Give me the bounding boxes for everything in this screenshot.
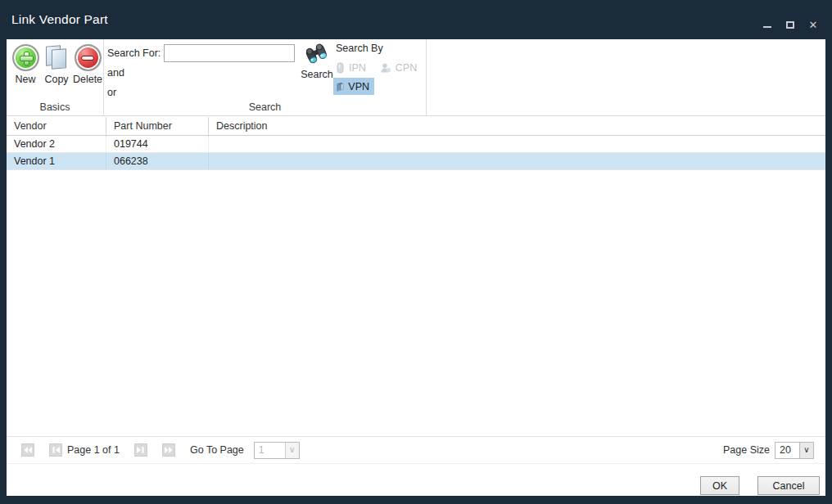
column-header-vendor[interactable]: Vendor xyxy=(7,117,106,135)
next-page-icon xyxy=(137,447,144,453)
copy-button[interactable]: Copy xyxy=(41,44,72,85)
first-page-button[interactable] xyxy=(21,443,34,457)
delete-button-label: Delete xyxy=(73,74,102,85)
minimize-button[interactable] xyxy=(758,16,776,33)
page-size-value: 20 xyxy=(775,444,799,456)
go-to-page-label: Go To Page xyxy=(190,444,244,456)
ribbon-group-search: Search For: and or xyxy=(104,39,427,115)
cell-description xyxy=(209,153,825,169)
page-indicator: Page 1 of 1 xyxy=(67,444,120,456)
cancel-button[interactable]: Cancel xyxy=(757,476,820,495)
binoculars-icon xyxy=(304,43,330,67)
cell-vendor: Vendor 1 xyxy=(7,153,106,169)
search-by-ipn-option[interactable]: IPN xyxy=(333,59,371,76)
maximize-icon xyxy=(786,21,794,29)
new-button[interactable]: New xyxy=(10,44,41,85)
or-label: or xyxy=(107,83,295,102)
vendor-part-grid: Vendor Part Number Description Vendor 2 … xyxy=(7,117,825,170)
dialog-body: New Copy Delete Basics xyxy=(7,39,825,496)
cell-description xyxy=(209,136,825,152)
minimize-icon xyxy=(763,26,771,28)
delete-minus-icon xyxy=(75,44,102,71)
delete-button[interactable]: Delete xyxy=(72,44,103,85)
column-header-part-number[interactable]: Part Number xyxy=(106,117,209,135)
and-label: and xyxy=(107,63,295,83)
ribbon-group-basics: New Copy Delete Basics xyxy=(7,39,104,115)
previous-page-button[interactable] xyxy=(49,443,62,457)
chevron-down-icon: ∨ xyxy=(799,443,813,458)
window-title: Link Vendor Part xyxy=(0,12,108,27)
last-page-icon xyxy=(165,447,173,453)
basics-group-label: Basics xyxy=(7,101,103,113)
page-size-label: Page Size xyxy=(723,444,770,456)
search-for-input[interactable] xyxy=(164,44,295,62)
cell-part-number: 019744 xyxy=(106,136,209,152)
link-vendor-part-dialog: Link Vendor Part ✕ New xyxy=(0,0,832,504)
copy-button-label: Copy xyxy=(44,74,68,85)
table-row[interactable]: Vendor 2 019744 xyxy=(7,136,825,153)
search-button[interactable]: Search xyxy=(297,43,337,80)
vpn-vendor-icon xyxy=(336,80,344,92)
search-by-header: Search By xyxy=(336,43,423,54)
cpn-person-icon xyxy=(380,62,391,74)
ribbon: New Copy Delete Basics xyxy=(7,39,825,116)
go-to-page-value: 1 xyxy=(255,444,285,456)
titlebar: Link Vendor Part ✕ xyxy=(0,0,832,39)
search-by-panel: Search By IPN xyxy=(333,43,423,95)
close-button[interactable]: ✕ xyxy=(804,16,822,33)
search-button-label: Search xyxy=(301,69,333,80)
maximize-button[interactable] xyxy=(781,16,799,33)
grid-header: Vendor Part Number Description xyxy=(7,117,825,136)
ipn-part-icon xyxy=(336,62,345,74)
new-plus-icon xyxy=(12,44,39,71)
cell-vendor: Vendor 2 xyxy=(7,136,106,152)
column-header-description[interactable]: Description xyxy=(209,117,825,135)
cell-part-number: 066238 xyxy=(106,153,209,169)
search-for-label: Search For: xyxy=(107,47,161,59)
go-to-page-combo[interactable]: 1 ∨ xyxy=(254,442,300,459)
previous-page-icon xyxy=(52,447,60,453)
close-icon: ✕ xyxy=(809,20,818,30)
search-by-cpn-option[interactable]: CPN xyxy=(378,59,422,76)
chevron-down-icon: ∨ xyxy=(285,443,299,458)
last-page-button[interactable] xyxy=(162,443,175,457)
ipn-label: IPN xyxy=(349,62,366,74)
copy-pages-icon xyxy=(44,44,69,71)
cpn-label: CPN xyxy=(396,62,417,74)
next-page-button[interactable] xyxy=(134,443,147,457)
window-controls: ✕ xyxy=(758,16,822,33)
new-button-label: New xyxy=(15,74,35,85)
page-size-combo[interactable]: 20 ∨ xyxy=(775,442,814,459)
vpn-label: VPN xyxy=(348,81,369,92)
search-group-label: Search xyxy=(104,101,426,113)
first-page-icon xyxy=(24,447,32,453)
table-row-selected[interactable]: Vendor 1 066238 xyxy=(7,153,825,170)
search-by-vpn-option[interactable]: VPN xyxy=(333,78,374,95)
pager-bar: Page 1 of 1 Go To Page 1 ∨ Page Size xyxy=(7,436,825,464)
ok-button[interactable]: OK xyxy=(700,476,739,495)
